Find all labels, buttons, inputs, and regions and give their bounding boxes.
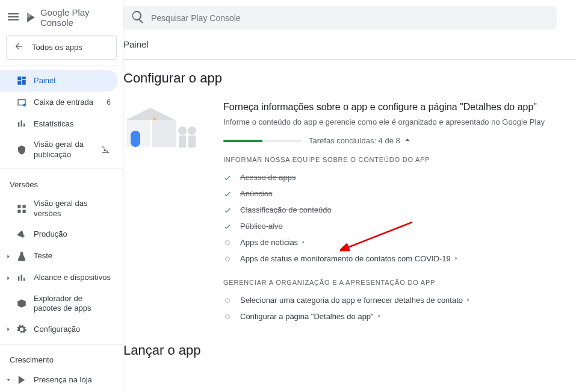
circle-icon [223, 238, 232, 247]
task-label: Configurar a página "Detalhes do app" [240, 312, 382, 321]
stats-icon [16, 118, 28, 130]
circle-icon [223, 255, 232, 263]
search-icon [131, 10, 145, 26]
chevron-right-icon [453, 254, 459, 263]
sidebar-item-label: Alcance e dispositivos [34, 273, 111, 283]
setup-card: Forneça informações sobre o app e config… [123, 102, 576, 325]
task-row[interactable]: Configurar a página "Detalhes do app" [223, 308, 576, 325]
task-label: Anúncios [240, 189, 272, 198]
back-label: Todos os apps [32, 43, 82, 52]
sidebar-item-production[interactable]: Produção [0, 224, 118, 246]
chevron-right-icon [376, 312, 382, 321]
task-group-title: GERENCIAR A ORGANIZAÇÃO E A APRESENTAÇÃO… [223, 279, 576, 286]
task-label: Público-alvo [240, 222, 283, 231]
logo[interactable]: Google Play Console [25, 7, 113, 28]
inbox-icon [16, 96, 28, 108]
page-title: Painel [123, 36, 576, 60]
task-label: Apps de status e monitoramento de contat… [240, 254, 459, 263]
top-bar [123, 0, 588, 36]
devices-icon [16, 272, 28, 284]
sidebar-item-bundle-explorer[interactable]: Explorador de pacotes de apps [0, 289, 118, 319]
svg-rect-10 [131, 131, 140, 147]
circle-icon [223, 313, 232, 321]
card-subtitle: Informe o conteúdo do app e gerencie com… [223, 117, 576, 126]
logo-text: Google Play Console [40, 7, 113, 28]
svg-point-13 [178, 126, 187, 135]
publishing-icon [16, 144, 28, 156]
sidebar-item-reach[interactable]: Alcance e dispositivos [0, 267, 118, 289]
svg-rect-3 [17, 205, 20, 208]
chevron-right-icon [300, 238, 306, 247]
check-icon [223, 190, 232, 198]
sidebar-item-testing[interactable]: Teste [0, 246, 118, 267]
sidebar-header: Google Play Console [0, 0, 123, 35]
sidebar-item-store-presence[interactable]: Presença na loja [0, 369, 118, 391]
inbox-badge: 6 [107, 98, 111, 107]
task-group-title: INFORMAR NOSSA EQUIPE SOBRE O CONTEÚDO D… [223, 156, 576, 163]
illustration [123, 102, 208, 150]
sidebar-item-label: Produção [34, 229, 111, 240]
task-row: Público-alvo [223, 218, 576, 234]
task-label: Acesso de apps [240, 173, 296, 182]
chevron-down-icon [5, 377, 12, 383]
sidebar-item-painel[interactable]: Painel [0, 70, 118, 92]
sidebar-item-label: Configuração [34, 325, 111, 335]
main-content: Painel Configurar o app [123, 0, 588, 392]
task-row[interactable]: Apps de status e monitoramento de contat… [223, 250, 576, 267]
sidebar-item-label: Visão geral das versões [34, 199, 111, 219]
svg-rect-5 [17, 210, 20, 213]
section-heading-launch: Lançar o app [123, 343, 576, 358]
chevron-right-icon [5, 275, 12, 281]
sidebar-item-stats[interactable]: Estatísticas [0, 113, 118, 135]
svg-rect-15 [179, 135, 186, 148]
svg-rect-16 [188, 135, 196, 148]
sidebar-item-config[interactable]: Configuração [0, 319, 118, 340]
chevron-right-icon [5, 326, 12, 332]
task-label: Selecionar uma categoria do app e fornec… [240, 296, 471, 305]
task-row[interactable]: Apps de notícias [223, 234, 576, 250]
progress-text: Tarefas concluídas: 4 de 8 [309, 136, 411, 145]
progress-row[interactable]: Tarefas concluídas: 4 de 8 [223, 136, 576, 145]
sidebar: Google Play Console Todos os apps Painel… [0, 0, 123, 392]
sidebar-item-publishing-overview[interactable]: Visão geral da publicação [0, 135, 118, 165]
circle-icon [223, 296, 232, 305]
sidebar-item-inbox[interactable]: Caixa de entrada 6 [0, 92, 118, 113]
check-icon [223, 173, 232, 182]
sidebar-item-label: Teste [34, 251, 111, 261]
search-input[interactable] [151, 13, 549, 23]
dashboard-icon [16, 75, 28, 87]
chevron-up-icon [404, 136, 411, 145]
sidebar-section-growth: Crescimento [0, 348, 123, 369]
arrow-left-icon [14, 42, 23, 53]
svg-point-20 [226, 314, 230, 319]
search-box[interactable] [123, 6, 557, 30]
chevron-right-icon [465, 296, 471, 305]
task-label: Apps de notícias [240, 238, 306, 247]
menu-icon[interactable] [6, 10, 20, 26]
task-row: Anúncios [223, 185, 576, 202]
sidebar-item-label: Visão geral da publicação [34, 140, 95, 160]
task-row: Classificação de conteúdo [223, 202, 576, 218]
svg-point-18 [226, 257, 230, 261]
task-label: Classificação de conteúdo [240, 205, 332, 214]
sidebar-item-label: Painel [34, 76, 111, 86]
svg-point-19 [226, 298, 230, 302]
svg-point-14 [188, 126, 196, 135]
svg-point-2 [23, 104, 26, 107]
managed-off-icon [101, 144, 111, 155]
task-row: Acesso de apps [223, 169, 576, 185]
svg-rect-12 [152, 120, 176, 147]
svg-rect-4 [23, 205, 26, 208]
back-all-apps-button[interactable]: Todos os apps [6, 35, 117, 60]
bundle-icon [16, 297, 28, 310]
rocket-icon [16, 229, 28, 241]
gear-icon [16, 323, 28, 335]
task-row[interactable]: Selecionar uma categoria do app e fornec… [223, 292, 576, 308]
sidebar-section-versions: Versões [0, 173, 123, 194]
store-icon [16, 374, 28, 386]
versions-icon [16, 203, 28, 215]
card-title: Forneça informações sobre o app e config… [223, 102, 576, 113]
sidebar-item-label: Explorador de pacotes de apps [34, 294, 111, 314]
sidebar-item-versions-overview[interactable]: Visão geral das versões [0, 194, 118, 224]
check-icon [223, 206, 232, 214]
